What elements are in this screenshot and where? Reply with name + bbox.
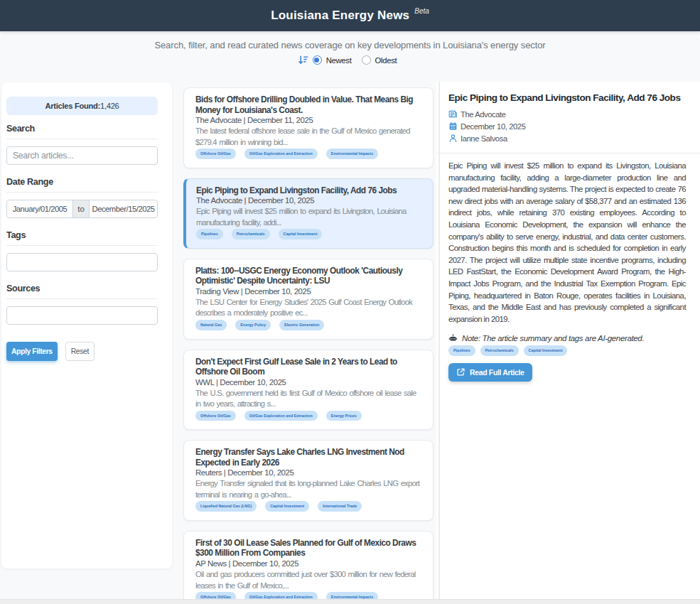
person-icon bbox=[448, 134, 458, 143]
sort-bar: Newest Oldest bbox=[0, 55, 700, 65]
article-card-source-date: Reuters | December 10, 2025 bbox=[195, 468, 421, 478]
date-range-section: Date Range to bbox=[6, 177, 158, 218]
calendar-icon bbox=[448, 122, 458, 131]
tag-pill: Capital Investment bbox=[265, 501, 309, 512]
detail-meta: The Advocate D bbox=[448, 108, 686, 144]
tag-pill: Capital Investment bbox=[524, 345, 568, 356]
detail-note: Note: The article summary and tags are A… bbox=[448, 333, 686, 343]
read-full-article-button[interactable]: Read Full Article bbox=[448, 363, 532, 382]
tag-pill: International Trade bbox=[318, 501, 362, 512]
sort-oldest-label[interactable]: Oldest bbox=[375, 56, 397, 65]
tag-pill: Natural Gas bbox=[195, 320, 227, 330]
sort-newest-label[interactable]: Newest bbox=[326, 56, 352, 65]
articles-found-badge: Articles Found:1,426 bbox=[6, 97, 158, 115]
article-card[interactable]: Bids for Offshore Drilling Doubled in Va… bbox=[183, 87, 434, 168]
page-subtitle: Search, filter, and read curated news co… bbox=[0, 40, 700, 50]
tag-pill: Oil/Gas Exploration and Extraction bbox=[244, 411, 318, 421]
article-card-title: Bids for Offshore Drilling Doubled in Va… bbox=[195, 95, 421, 115]
date-range-group: to bbox=[6, 200, 158, 218]
article-card-summary: Epic Piping will invest $25 million to e… bbox=[196, 206, 421, 228]
list-scrollbar[interactable] bbox=[438, 82, 440, 599]
tags-input[interactable] bbox=[6, 253, 158, 271]
tag-pill: Offshore Oil/Gas bbox=[195, 411, 236, 421]
detail-body: Epic Piping will invest $25 million to e… bbox=[448, 160, 686, 325]
sort-icon bbox=[298, 55, 308, 65]
article-card-summary: The latest federal offshore lease sale i… bbox=[195, 126, 421, 148]
article-card-title: First of 30 Oil Lease Sales Planned for … bbox=[195, 538, 421, 559]
search-section: Search bbox=[6, 124, 158, 165]
article-card-tags: Offshore Oil/GasOil/Gas Exploration and … bbox=[195, 149, 421, 159]
read-full-article-label: Read Full Article bbox=[470, 368, 524, 377]
article-card-source-date: The Advocate | December 10, 2025 bbox=[196, 195, 421, 206]
detail-author: Ianne Salvosa bbox=[461, 134, 507, 143]
date-range-heading: Date Range bbox=[6, 177, 158, 187]
horizontal-scrollbar[interactable] bbox=[0, 599, 700, 604]
article-card-source-date: AP News | December 10, 2025 bbox=[195, 559, 421, 569]
article-card-tags: PipelinesPetrochemicalsCapital Investmen… bbox=[196, 229, 421, 239]
reset-button[interactable]: Reset bbox=[65, 342, 95, 361]
date-separator: to bbox=[72, 200, 90, 218]
tag-pill: Petrochemicals bbox=[480, 345, 519, 356]
main-content: Articles Found:1,426 Search Date Range t… bbox=[0, 82, 700, 599]
tag-pill: Petrochemicals bbox=[232, 229, 270, 239]
tag-pill: Pipelines bbox=[196, 229, 223, 239]
tag-pill: Capital Investment bbox=[279, 229, 323, 239]
date-from-input[interactable] bbox=[6, 200, 73, 218]
sources-input[interactable] bbox=[6, 306, 158, 325]
article-card-source-date: WWL | December 10, 2025 bbox=[195, 377, 421, 388]
detail-divider bbox=[436, 153, 700, 153]
sort-oldest-radio[interactable] bbox=[362, 55, 371, 65]
article-card-title: Epic Piping to Expand Livingston Facilit… bbox=[196, 185, 421, 196]
apply-filters-button[interactable]: Apply Filters bbox=[6, 342, 58, 361]
article-card[interactable]: Don't Expect First Gulf Lease Sale in 2 … bbox=[183, 350, 434, 431]
article-detail-panel: Epic Piping to Expand Livingston Facilit… bbox=[436, 82, 700, 599]
sources-divider bbox=[6, 298, 158, 299]
detail-date: December 10, 2025 bbox=[461, 122, 525, 131]
app-header: Louisiana Energy News Beta bbox=[0, 0, 700, 31]
article-card-summary: The LSU Center for Energy Studies' 2025 … bbox=[195, 297, 421, 319]
detail-source: The Advocate bbox=[461, 110, 506, 119]
article-card[interactable]: First of 30 Oil Lease Sales Planned for … bbox=[183, 531, 434, 604]
article-card-title: Platts: 100--USGC Energy Economy Outlook… bbox=[195, 266, 421, 286]
article-card-tags: Offshore Oil/GasOil/Gas Exploration and … bbox=[195, 411, 421, 421]
article-card[interactable]: Energy Transfer Says Lake Charles LNG In… bbox=[183, 440, 434, 521]
detail-tags: PipelinesPetrochemicalsCapital Investmen… bbox=[448, 345, 686, 356]
detail-source-row: The Advocate bbox=[448, 108, 686, 120]
date-to-input[interactable] bbox=[89, 200, 158, 218]
tags-divider bbox=[6, 245, 158, 246]
beta-badge: Beta bbox=[414, 7, 429, 15]
tag-pill: Energy Policy bbox=[235, 320, 271, 330]
article-card-source-date: Trading View | December 10, 2025 bbox=[195, 286, 421, 297]
article-card-summary: Energy Transfer signaled that its long-p… bbox=[195, 478, 421, 500]
article-card-summary: Oil and gas producers committed just ove… bbox=[195, 569, 421, 591]
detail-date-row: December 10, 2025 bbox=[448, 120, 686, 132]
tag-pill: Liquefied Natural Gas (LNG) bbox=[195, 501, 257, 512]
tag-pill: Energy Prices bbox=[326, 411, 362, 421]
tags-section: Tags bbox=[6, 230, 158, 271]
sort-newest-radio[interactable] bbox=[313, 55, 322, 65]
tag-pill: Pipelines bbox=[448, 345, 475, 356]
search-input[interactable] bbox=[6, 146, 158, 165]
sources-heading: Sources bbox=[6, 284, 158, 293]
filter-sidebar: Articles Found:1,426 Search Date Range t… bbox=[1, 82, 172, 568]
external-link-icon bbox=[456, 367, 465, 377]
tag-pill: Oil/Gas Exploration and Extraction bbox=[244, 149, 318, 159]
newspaper-icon bbox=[448, 109, 458, 119]
date-range-divider bbox=[6, 192, 158, 193]
tag-pill: Environmental Impacts bbox=[326, 149, 378, 159]
tags-heading: Tags bbox=[6, 230, 158, 240]
robot-icon bbox=[448, 333, 458, 343]
article-card-tags: Natural GasEnergy PolicyElectric Generat… bbox=[195, 320, 421, 330]
article-card-selected[interactable]: Epic Piping to Expand Livingston Facilit… bbox=[183, 178, 434, 249]
article-card-tags: Liquefied Natural Gas (LNG)Capital Inves… bbox=[195, 501, 421, 512]
sources-section: Sources bbox=[6, 284, 158, 325]
search-heading: Search bbox=[6, 124, 158, 134]
article-list: Bids for Offshore Drilling Doubled in Va… bbox=[183, 87, 434, 604]
article-card[interactable]: Platts: 100--USGC Energy Economy Outlook… bbox=[183, 259, 434, 340]
detail-title: Epic Piping to Expand Livingston Facilit… bbox=[448, 92, 686, 103]
article-card-summary: The U.S. government held its first Gulf … bbox=[195, 388, 421, 410]
detail-author-row: Ianne Salvosa bbox=[448, 132, 686, 144]
search-divider bbox=[6, 139, 158, 139]
app-title: Louisiana Energy News bbox=[271, 9, 409, 23]
articles-found-label: Articles Found: bbox=[45, 102, 100, 110]
